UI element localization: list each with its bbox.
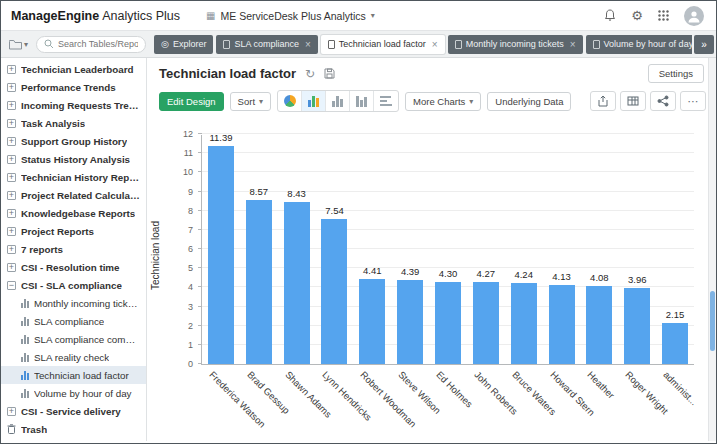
bar-ed-holmes[interactable] bbox=[435, 282, 461, 364]
bar-john-roberts[interactable] bbox=[473, 282, 499, 364]
bar-frederica-watson[interactable] bbox=[208, 146, 234, 364]
workspace-selector[interactable]: ▦ ME ServiceDesk Plus Analytics ▾ bbox=[206, 10, 375, 22]
bar-administ[interactable] bbox=[662, 323, 688, 364]
bar-steve-wilson[interactable] bbox=[397, 280, 423, 364]
sidebar-item-monthly-incoming-tickets[interactable]: Monthly incoming tickets bbox=[1, 294, 146, 312]
close-icon[interactable]: × bbox=[570, 39, 576, 50]
search-input[interactable] bbox=[58, 39, 138, 49]
bar-bruce-waters[interactable] bbox=[511, 283, 537, 364]
scrollbar-thumb[interactable] bbox=[710, 291, 715, 351]
sidebar-item-csi-resolution-time[interactable]: +CSI - Resolution time bbox=[1, 258, 146, 276]
close-icon[interactable]: × bbox=[305, 39, 311, 50]
sidebar-item-incoming-requests-trend-a[interactable]: +Incoming Requests Trend A... bbox=[1, 96, 146, 114]
bar-robert-woodman[interactable] bbox=[359, 279, 385, 364]
tab-explorer[interactable]: ◎Explorer bbox=[154, 35, 213, 54]
tab-scroll-right-button[interactable]: » bbox=[694, 35, 714, 54]
bar-brad-gessup[interactable] bbox=[246, 200, 272, 364]
sidebar-item-label: Technician History Reports bbox=[21, 172, 140, 183]
gear-icon[interactable]: ⚙ bbox=[631, 8, 643, 23]
stacked-chart-icon[interactable] bbox=[350, 91, 374, 111]
sidebar-item-project-reports[interactable]: +Project Reports bbox=[1, 222, 146, 240]
underlying-data-button[interactable]: Underlying Data bbox=[487, 92, 571, 111]
y-tick-label: 6 bbox=[188, 244, 193, 254]
bar-slot: 4.30Ed Holmes bbox=[429, 135, 467, 364]
bar-lynn-hendricks[interactable] bbox=[321, 219, 347, 364]
expand-icon[interactable]: + bbox=[7, 245, 16, 254]
sidebar-item-volume-by-hour-of-day[interactable]: Volume by hour of day bbox=[1, 384, 146, 402]
sidebar-item-label: SLA compliance bbox=[34, 316, 104, 327]
tab-volume-by-hour-of-day[interactable]: Volume by hour of day× bbox=[586, 35, 692, 54]
bar-shawn-adams[interactable] bbox=[284, 202, 310, 364]
expand-icon[interactable]: + bbox=[7, 263, 16, 272]
sidebar-item-technician-history-reports[interactable]: +Technician History Reports bbox=[1, 168, 146, 186]
sidebar-item-7-reports[interactable]: +7 reports bbox=[1, 240, 146, 258]
sidebar-item-support-group-history[interactable]: +Support Group History bbox=[1, 132, 146, 150]
bar-heather[interactable] bbox=[586, 286, 612, 364]
collapse-icon[interactable]: − bbox=[7, 281, 16, 290]
bar-slot: 7.54Lynn Hendricks bbox=[316, 135, 354, 364]
expand-icon[interactable]: + bbox=[7, 65, 16, 74]
report-header: Technician load factor ↻ Settings bbox=[147, 58, 716, 85]
sidebar-item-status-history-analysis[interactable]: +Status History Analysis bbox=[1, 150, 146, 168]
chevron-down-icon: ▾ bbox=[24, 40, 28, 49]
export-icon[interactable] bbox=[590, 91, 616, 111]
sidebar-item-label: Volume by hour of day bbox=[34, 388, 132, 399]
expand-icon[interactable]: + bbox=[7, 101, 16, 110]
expand-icon[interactable]: + bbox=[7, 227, 16, 236]
more-charts-button[interactable]: More Charts ▾ bbox=[405, 92, 481, 111]
sidebar-item-label: Task Analysis bbox=[21, 118, 85, 129]
bar-chart-icon[interactable] bbox=[302, 91, 326, 111]
tab-label: SLA compliance bbox=[234, 39, 299, 49]
refresh-icon[interactable]: ↻ bbox=[305, 68, 315, 80]
expand-icon[interactable]: + bbox=[7, 191, 16, 200]
sidebar-item-sla-reality-check[interactable]: SLA reality check bbox=[1, 348, 146, 366]
tab-technician-load-factor[interactable]: Technician load factor× bbox=[321, 35, 445, 54]
column-chart-icon[interactable] bbox=[326, 91, 350, 111]
close-icon[interactable]: × bbox=[432, 39, 438, 50]
tab-monthly-incoming-tickets[interactable]: Monthly incoming tickets× bbox=[448, 35, 583, 54]
avatar[interactable] bbox=[684, 6, 704, 26]
expand-icon[interactable]: + bbox=[7, 137, 16, 146]
content: +Technician Leaderboard+Performance Tren… bbox=[1, 58, 716, 441]
topbar-icons: ⚙ bbox=[604, 6, 704, 26]
tab-strip: ◎ExplorerSLA compliance×Technician load … bbox=[154, 31, 692, 57]
bar-howard-stern[interactable] bbox=[549, 285, 575, 364]
sidebar-item-technician-load-factor[interactable]: Technician load factor bbox=[1, 366, 146, 384]
edit-design-button[interactable]: Edit Design bbox=[159, 92, 224, 111]
sidebar-item-trash[interactable]: Trash bbox=[1, 420, 146, 438]
app-window: ManageEngine Analytics Plus ▦ ME Service… bbox=[0, 0, 717, 444]
expand-icon[interactable]: + bbox=[7, 119, 16, 128]
expand-icon[interactable]: + bbox=[7, 209, 16, 218]
y-tick-label: 10 bbox=[183, 167, 193, 177]
settings-button[interactable]: Settings bbox=[648, 64, 704, 83]
tab-sla-compliance[interactable]: SLA compliance× bbox=[216, 35, 317, 54]
sidebar-item-knowledgebase-reports[interactable]: +Knowledgebase Reports bbox=[1, 204, 146, 222]
bar-roger-wright[interactable] bbox=[624, 288, 650, 364]
bell-icon[interactable] bbox=[604, 9, 616, 22]
sidebar-item-sla-compliance-comparison[interactable]: SLA compliance comparison bbox=[1, 330, 146, 348]
expand-icon[interactable]: + bbox=[7, 407, 16, 416]
report-chart-icon bbox=[21, 353, 29, 362]
save-icon[interactable] bbox=[324, 68, 335, 79]
expand-icon[interactable]: + bbox=[7, 83, 16, 92]
expand-icon[interactable]: + bbox=[7, 173, 16, 182]
share-icon[interactable] bbox=[650, 91, 676, 111]
expand-icon[interactable]: + bbox=[7, 155, 16, 164]
apps-grid-icon[interactable] bbox=[658, 10, 669, 21]
sidebar-item-csi-sla-compliance[interactable]: −CSI - SLA compliance bbox=[1, 276, 146, 294]
sidebar-item-label: 7 reports bbox=[21, 244, 63, 255]
sidebar-item-sla-compliance[interactable]: SLA compliance bbox=[1, 312, 146, 330]
sidebar-item-technician-leaderboard[interactable]: +Technician Leaderboard bbox=[1, 60, 146, 78]
horizontal-bar-chart-icon[interactable] bbox=[374, 91, 398, 111]
x-axis-label: Ed Holmes bbox=[434, 369, 475, 410]
table-view-icon[interactable] bbox=[620, 91, 646, 111]
folder-icon[interactable]: ▾ bbox=[9, 39, 28, 50]
sort-button[interactable]: Sort ▾ bbox=[230, 92, 271, 111]
sidebar-item-csi-service-delivery[interactable]: +CSI - Service delivery bbox=[1, 402, 146, 420]
sidebar-item-task-analysis[interactable]: +Task Analysis bbox=[1, 114, 146, 132]
more-options-icon[interactable]: ⋯ bbox=[680, 91, 706, 111]
sidebar-item-project-related-calculations[interactable]: +Project Related Calculations bbox=[1, 186, 146, 204]
sidebar-item-performance-trends[interactable]: +Performance Trends bbox=[1, 78, 146, 96]
vertical-scrollbar[interactable] bbox=[708, 58, 716, 441]
pie-chart-icon[interactable] bbox=[278, 91, 302, 111]
